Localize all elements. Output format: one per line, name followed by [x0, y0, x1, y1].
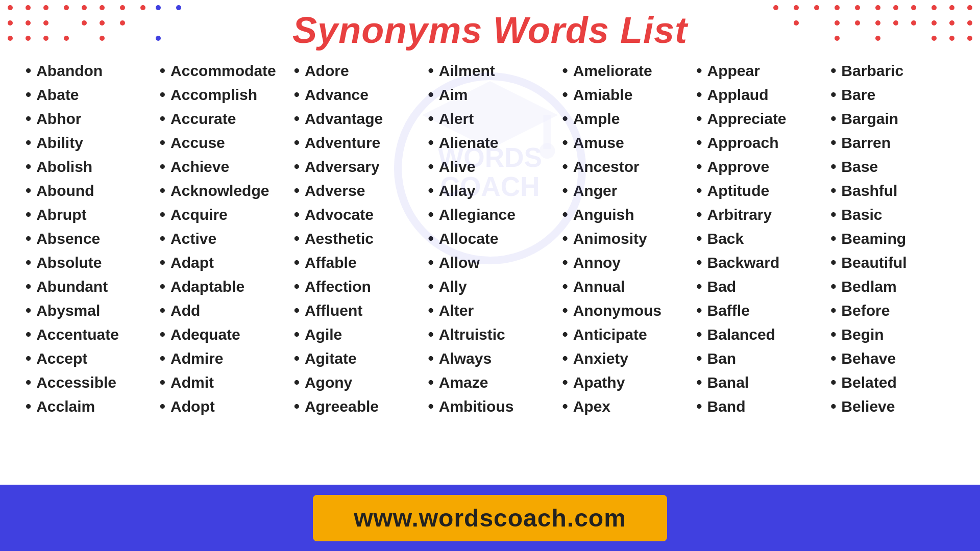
word-item: Adore: [294, 61, 418, 80]
word-item: Acknowledge: [160, 181, 284, 200]
word-item: Ability: [26, 133, 150, 152]
word-item: Adequate: [160, 325, 284, 344]
word-item: Amiable: [562, 85, 686, 104]
words-grid: AbandonAbateAbhorAbilityAbolishAboundAbr…: [0, 56, 980, 421]
word-item: Barren: [830, 133, 954, 152]
word-item: Anonymous: [562, 301, 686, 320]
word-item: Accuse: [160, 133, 284, 152]
word-item: Beaming: [830, 229, 954, 248]
word-item: Advocate: [294, 205, 418, 224]
word-item: Approve: [696, 157, 820, 176]
word-item: Begin: [830, 325, 954, 344]
word-item: Base: [830, 157, 954, 176]
word-item: Backward: [696, 253, 820, 272]
word-item: Absence: [26, 229, 150, 248]
word-item: Adopt: [160, 397, 284, 416]
word-item: Ancestor: [562, 157, 686, 176]
word-item: Accept: [26, 349, 150, 368]
word-item: Banal: [696, 373, 820, 392]
word-item: Achieve: [160, 157, 284, 176]
word-item: Believe: [830, 397, 954, 416]
word-item: Bad: [696, 277, 820, 296]
word-item: Belated: [830, 373, 954, 392]
word-item: Adaptable: [160, 277, 284, 296]
word-item: Accentuate: [26, 325, 150, 344]
word-item: Acclaim: [26, 397, 150, 416]
word-item: Appear: [696, 61, 820, 80]
word-item: Band: [696, 397, 820, 416]
word-item: Agony: [294, 373, 418, 392]
word-item: Animosity: [562, 229, 686, 248]
word-item: Beautiful: [830, 253, 954, 272]
word-item: Advance: [294, 85, 418, 104]
word-item: Abandon: [26, 61, 150, 80]
word-item: Abundant: [26, 277, 150, 296]
word-item: Ameliorate: [562, 61, 686, 80]
word-item: Active: [160, 229, 284, 248]
word-item: Bedlam: [830, 277, 954, 296]
main-title: Synonyms Words List: [0, 9, 980, 51]
word-item: Appreciate: [696, 109, 820, 128]
word-item: Ally: [428, 277, 552, 296]
word-item: Always: [428, 349, 552, 368]
word-item: Allegiance: [428, 205, 552, 224]
word-item: Approach: [696, 133, 820, 152]
word-item: Affable: [294, 253, 418, 272]
word-item: Arbitrary: [696, 205, 820, 224]
word-column-7: BarbaricBareBargainBarrenBaseBashfulBasi…: [825, 61, 960, 421]
word-item: Bare: [830, 85, 954, 104]
word-item: Amuse: [562, 133, 686, 152]
word-item: Abysmal: [26, 301, 150, 320]
word-item: Allocate: [428, 229, 552, 248]
word-column-3: AdoreAdvanceAdvantageAdventureAdversaryA…: [289, 61, 423, 421]
word-item: Accessible: [26, 373, 150, 392]
word-item: Basic: [830, 205, 954, 224]
word-item: Advantage: [294, 109, 418, 128]
word-item: Ample: [562, 109, 686, 128]
word-item: Adverse: [294, 181, 418, 200]
word-item: Aesthetic: [294, 229, 418, 248]
word-item: Accommodate: [160, 61, 284, 80]
word-item: Abrupt: [26, 205, 150, 224]
word-item: Back: [696, 229, 820, 248]
word-item: Abate: [26, 85, 150, 104]
word-item: Annoy: [562, 253, 686, 272]
word-item: Abolish: [26, 157, 150, 176]
word-item: Abhor: [26, 109, 150, 128]
word-item: Alter: [428, 301, 552, 320]
word-column-1: AbandonAbateAbhorAbilityAbolishAboundAbr…: [20, 61, 155, 421]
word-item: Ban: [696, 349, 820, 368]
word-item: Bargain: [830, 109, 954, 128]
word-item: Alienate: [428, 133, 552, 152]
word-item: Altruistic: [428, 325, 552, 344]
word-item: Behave: [830, 349, 954, 368]
word-item: Affection: [294, 277, 418, 296]
word-item: Accomplish: [160, 85, 284, 104]
word-item: Allow: [428, 253, 552, 272]
word-item: Anguish: [562, 205, 686, 224]
word-item: Ambitious: [428, 397, 552, 416]
word-item: Adapt: [160, 253, 284, 272]
word-item: Before: [830, 301, 954, 320]
word-item: Adventure: [294, 133, 418, 152]
word-item: Anxiety: [562, 349, 686, 368]
word-item: Amaze: [428, 373, 552, 392]
word-item: Agile: [294, 325, 418, 344]
word-item: Agitate: [294, 349, 418, 368]
word-item: Admit: [160, 373, 284, 392]
word-item: Acquire: [160, 205, 284, 224]
word-item: Apathy: [562, 373, 686, 392]
page-title-area: Synonyms Words List: [0, 0, 980, 56]
footer: www.wordscoach.com: [0, 485, 980, 551]
word-item: Abound: [26, 181, 150, 200]
word-item: Apex: [562, 397, 686, 416]
footer-url: www.wordscoach.com: [313, 495, 667, 541]
word-item: Aim: [428, 85, 552, 104]
word-item: Alert: [428, 109, 552, 128]
word-item: Balanced: [696, 325, 820, 344]
word-item: Absolute: [26, 253, 150, 272]
word-item: Alive: [428, 157, 552, 176]
word-item: Allay: [428, 181, 552, 200]
word-item: Add: [160, 301, 284, 320]
word-column-6: AppearApplaudAppreciateApproachApproveAp…: [691, 61, 825, 421]
